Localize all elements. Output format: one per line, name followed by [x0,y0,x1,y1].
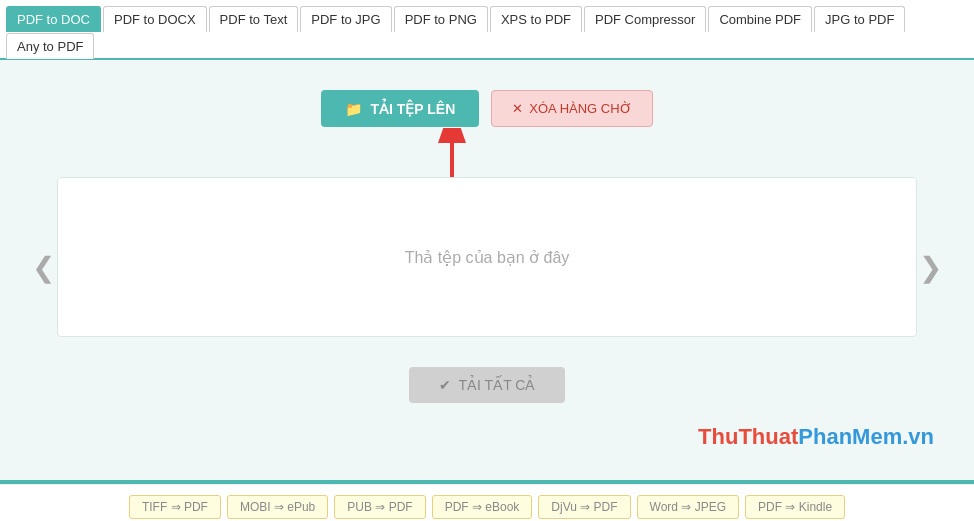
watermark-vn: .vn [902,424,934,449]
nav-tab-xps-to-pdf[interactable]: XPS to PDF [490,6,582,32]
nav-tab-pdf-to-jpg[interactable]: PDF to JPG [300,6,391,32]
download-all-label: TẢI TẤT CẢ [459,377,536,393]
watermark-phan: Phan [798,424,852,449]
nav-tab-pdf-compressor[interactable]: PDF Compressor [584,6,706,32]
top-nav: PDF to DOCPDF to DOCXPDF to TextPDF to J… [0,0,974,60]
download-all-button[interactable]: ✔ TẢI TẤT CẢ [409,367,566,403]
watermark: ThuThuatPhanMem.vn [698,424,934,450]
bottom-link-tiff--pdf[interactable]: TIFF ⇒ PDF [129,495,221,519]
drop-area-text: Thả tệp của bạn ở đây [405,248,570,267]
nav-tab-jpg-to-pdf[interactable]: JPG to PDF [814,6,905,32]
nav-tab-any-to-pdf[interactable]: Any to PDF [6,33,94,59]
clear-queue-button[interactable]: ✕ XÓA HÀNG CHỜ [491,90,652,127]
nav-tab-combine-pdf[interactable]: Combine PDF [708,6,812,32]
bottom-link-pdf--kindle[interactable]: PDF ⇒ Kindle [745,495,845,519]
drop-area[interactable]: Thả tệp của bạn ở đây [57,177,917,337]
watermark-thuat: Thuat [738,424,798,449]
upload-button[interactable]: 📁 TẢI TỆP LÊN [321,90,479,127]
nav-tab-pdf-to-doc[interactable]: PDF to DOC [6,6,101,32]
clear-button-label: XÓA HÀNG CHỜ [529,101,631,116]
bottom-link-djvu--pdf[interactable]: DjVu ⇒ PDF [538,495,630,519]
nav-tab-pdf-to-text[interactable]: PDF to Text [209,6,299,32]
x-icon: ✕ [512,101,523,116]
bottom-link-mobi--epub[interactable]: MOBI ⇒ ePub [227,495,328,519]
bottom-link-pdf--ebook[interactable]: PDF ⇒ eBook [432,495,533,519]
bottom-links-bar: TIFF ⇒ PDFMOBI ⇒ ePubPUB ⇒ PDFPDF ⇒ eBoo… [0,484,974,521]
main-content: 📁 TẢI TỆP LÊN ✕ XÓA HÀNG CHỜ ❮ [0,60,974,480]
bottom-link-word--jpeg[interactable]: Word ⇒ JPEG [637,495,739,519]
upload-icon: 📁 [345,101,362,117]
left-nav-arrow[interactable]: ❮ [32,251,55,284]
check-icon: ✔ [439,377,451,393]
watermark-mem: Mem [852,424,902,449]
right-nav-arrow[interactable]: ❯ [919,251,942,284]
drop-area-wrapper: ❮ Thả tệp của bạn ở đây ❯ [17,177,957,357]
watermark-thu: Thu [698,424,738,449]
nav-tab-pdf-to-png[interactable]: PDF to PNG [394,6,488,32]
bottom-link-pub--pdf[interactable]: PUB ⇒ PDF [334,495,425,519]
nav-tab-pdf-to-docx[interactable]: PDF to DOCX [103,6,207,32]
upload-button-label: TẢI TỆP LÊN [370,101,455,117]
button-row: 📁 TẢI TỆP LÊN ✕ XÓA HÀNG CHỜ [321,90,652,127]
